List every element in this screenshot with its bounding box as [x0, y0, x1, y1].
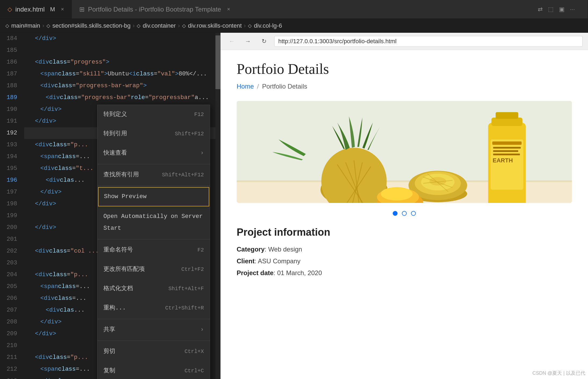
svg-rect-26 [493, 147, 521, 148]
menu-quick-look[interactable]: 快速查看 › [98, 144, 210, 163]
line-210: 210 [0, 340, 17, 352]
breadcrumb-current: Portfolio Details [262, 83, 307, 90]
code-line-188: <div class="progress-bar-wrap"> [24, 80, 215, 92]
menu-refactor[interactable]: 重构... Ctrl+Shift+R [98, 298, 210, 318]
submenu-arrow-share: › [200, 324, 204, 336]
menu-open-auto[interactable]: Open Automatically on Server Start [98, 207, 210, 238]
line-numbers: 184 185 186 187 188 189 190 191 192 193 … [0, 33, 21, 379]
line-185: 185 [0, 45, 17, 56]
breadcrumb: ◇ main#main › ◇ section#skills.skills.se… [0, 19, 588, 33]
preview-content: Portfoio Details Home / Portfolio Detail… [221, 50, 588, 379]
menu-goto-definition[interactable]: 转到定义 F12 [98, 105, 210, 124]
menu-divider-1 [98, 164, 210, 164]
menu-label-share: 共享 [103, 324, 115, 336]
shortcut-copy: Ctrl+C [185, 365, 204, 377]
line-187: 187 [0, 68, 17, 80]
svg-rect-22 [491, 118, 522, 126]
breadcrumb-icon-5: ◇ [248, 23, 252, 29]
category-value: Web design [268, 246, 302, 253]
line-207: 207 [0, 304, 17, 316]
scroll-indicator[interactable] [215, 33, 220, 379]
menu-goto-references[interactable]: 转到引用 Shift+F12 [98, 124, 210, 144]
code-line-185 [24, 45, 215, 56]
menu-change-all-occurrences[interactable]: 更改所有匹配项 Ctrl+F2 [98, 260, 210, 279]
line-201: 201 [0, 234, 17, 245]
more-actions-icon[interactable]: ··· [570, 6, 575, 13]
svg-rect-23 [496, 112, 518, 119]
menu-cut[interactable]: 剪切 Ctrl+X [98, 342, 210, 361]
editor-tab-close[interactable]: × [61, 6, 64, 12]
breadcrumb-item-2[interactable]: section#skills.skills.section-bg [52, 22, 131, 29]
breadcrumb-item-4[interactable]: div.row.skills-content [188, 22, 242, 29]
branch-icon[interactable]: ⇄ [538, 6, 543, 13]
menu-format-doc[interactable]: 格式化文档 Shift+Alt+F [98, 279, 210, 298]
dot-1[interactable] [393, 211, 398, 216]
page-title: Portfoio Details [237, 61, 572, 77]
breadcrumb-icon-4: ◇ [182, 23, 186, 29]
breadcrumb-item-1[interactable]: main#main [11, 22, 40, 29]
preview-breadcrumb: Home / Portfolio Details [237, 83, 572, 90]
menu-label-find-all: 查找所有引用 [103, 169, 139, 181]
shortcut-goto-ref: Shift+F12 [175, 128, 204, 140]
preview-tab-header[interactable]: ⊞ Portfolio Details - iPortfolio Bootstr… [72, 0, 588, 19]
breadcrumb-home-link[interactable]: Home [237, 83, 254, 90]
forward-button[interactable]: → [242, 35, 254, 47]
menu-share[interactable]: 共享 › [98, 320, 210, 340]
shortcut-cut: Ctrl+X [185, 346, 204, 358]
svg-rect-27 [493, 150, 518, 152]
tab-bar: ◇ index.html M × ⊞ Portfolio Details - i… [0, 0, 588, 19]
dot-2[interactable] [402, 211, 407, 216]
code-line-184: </div> [24, 33, 215, 45]
dot-3[interactable] [411, 211, 416, 216]
line-204: 204 [0, 269, 17, 281]
menu-find-all-refs[interactable]: 查找所有引用 Shift+Alt+F12 [98, 165, 210, 185]
preview-tab-close[interactable]: × [227, 6, 230, 12]
shortcut-format: Shift+Alt+F [168, 283, 204, 295]
menu-label-goto-def: 转到定义 [103, 109, 127, 121]
line-195: 195 [0, 163, 17, 174]
line-212: 212 [0, 363, 17, 375]
line-203: 203 [0, 257, 17, 269]
layout-icon[interactable]: ▣ [559, 6, 565, 13]
menu-copy[interactable]: 复制 Ctrl+C [98, 361, 210, 379]
shortcut-rename: F2 [197, 244, 204, 256]
breadcrumb-icon-2: ◇ [46, 23, 50, 29]
line-192: 192 [0, 127, 17, 139]
line-197: 197 [0, 186, 17, 198]
refresh-button[interactable]: ↻ [258, 35, 270, 47]
menu-show-preview[interactable]: Show Preview [98, 187, 209, 206]
watermark: CSDN @夏天 | 以及已代 [532, 370, 585, 376]
portfolio-image-svg: EARTH [237, 101, 572, 203]
line-205: 205 [0, 281, 17, 293]
client-value: ASU Company [258, 257, 301, 265]
back-button[interactable]: ← [226, 35, 238, 47]
breadcrumb-item-3[interactable]: div.container [143, 22, 176, 29]
project-field-date: Project date: 01 March, 2020 [237, 269, 572, 277]
line-189: 189 [0, 92, 17, 104]
svg-text:EARTH: EARTH [493, 157, 513, 164]
url-bar[interactable]: http://127.0.0.1:3003/src/portfolio-deta… [274, 36, 583, 47]
scroll-thumb[interactable] [215, 35, 220, 89]
modified-indicator: M [50, 6, 55, 13]
menu-rename-symbol[interactable]: 重命名符号 F2 [98, 240, 210, 260]
menu-label-show-preview: Show Preview [104, 191, 146, 203]
project-info-heading: Project information [237, 227, 572, 238]
code-editor[interactable]: 184 185 186 187 188 189 190 191 192 193 … [0, 33, 220, 379]
client-label: Client [237, 257, 255, 265]
breadcrumb-sep-3: › [178, 22, 180, 29]
line-208: 208 [0, 316, 17, 328]
svg-point-20 [381, 187, 413, 201]
preview-tab-title: Portfolio Details - iPortfolio Bootstrap… [88, 6, 221, 13]
menu-label-open-auto: Open Automatically on Server Start [103, 211, 204, 234]
project-info: Project information Category: Web design… [237, 227, 572, 277]
split-editor-icon[interactable]: ⬚ [548, 6, 554, 13]
tab-action-icons: ⇄ ⬚ ▣ ··· [538, 6, 580, 13]
breadcrumb-icon-3: ◇ [137, 23, 140, 29]
breadcrumb-sep-2: › [133, 22, 135, 29]
preview-image: EARTH [237, 101, 572, 203]
editor-tab[interactable]: ◇ index.html M × [0, 0, 72, 19]
preview-tab-icon: ⊞ [79, 6, 85, 13]
breadcrumb-item-5[interactable]: div.col-lg-6 [254, 22, 282, 29]
menu-label-refactor: 重构... [103, 302, 126, 314]
menu-divider-5 [98, 341, 210, 341]
